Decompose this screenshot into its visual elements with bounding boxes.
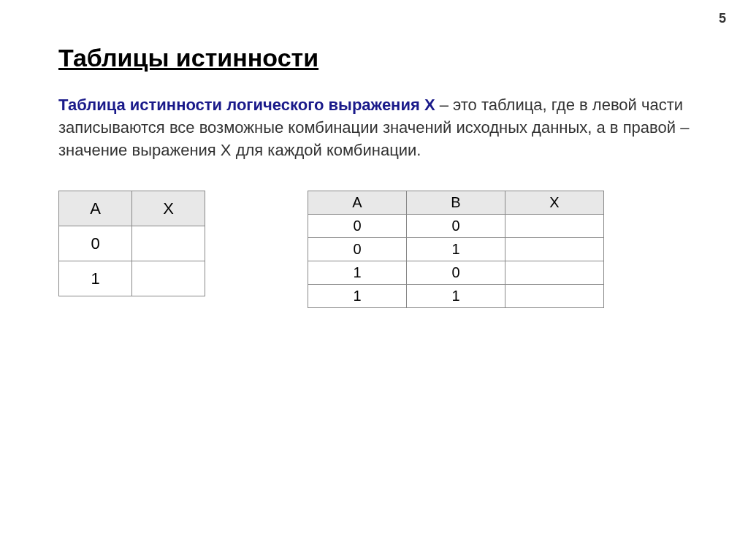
table1-cell: 1 (59, 261, 132, 296)
table2-cell: 0 (308, 215, 407, 238)
table2-cell: 0 (308, 238, 407, 261)
truth-table-small: A X 0 1 (58, 191, 205, 296)
truth-table-large: A B X 0 0 0 1 1 0 1 1 (308, 191, 604, 308)
page-title: Таблицы истинности (58, 44, 690, 72)
description-highlight: Таблица истинности логического выражения… (58, 96, 435, 114)
table2-cell: 1 (308, 285, 407, 308)
table1-cell: 0 (59, 226, 132, 261)
table-row: 1 1 (308, 285, 604, 308)
table-row: 0 (59, 226, 205, 261)
table2-cell: 0 (407, 215, 505, 238)
table2-cell: 1 (407, 238, 505, 261)
table2-header-b: B (407, 191, 505, 215)
table-row: 0 0 (308, 215, 604, 238)
table2-header-a: A (308, 191, 407, 215)
table2-header-x: X (505, 191, 604, 215)
table1-cell (132, 261, 205, 296)
table-row: 0 1 (308, 238, 604, 261)
page-number: 5 (719, 11, 726, 26)
description-paragraph: Таблица истинности логического выражения… (58, 94, 690, 161)
table2-cell: 0 (407, 261, 505, 285)
table1-cell (132, 226, 205, 261)
table2-cell: 1 (407, 285, 505, 308)
table1-header-a: A (59, 191, 132, 226)
table2-cell (505, 285, 604, 308)
table2-cell (505, 215, 604, 238)
table2-cell (505, 261, 604, 285)
table1-header-x: X (132, 191, 205, 226)
table-row: 1 0 (308, 261, 604, 285)
table2-cell: 1 (308, 261, 407, 285)
tables-container: A X 0 1 A B X 0 0 (58, 191, 690, 308)
table-row: 1 (59, 261, 205, 296)
table2-cell (505, 238, 604, 261)
